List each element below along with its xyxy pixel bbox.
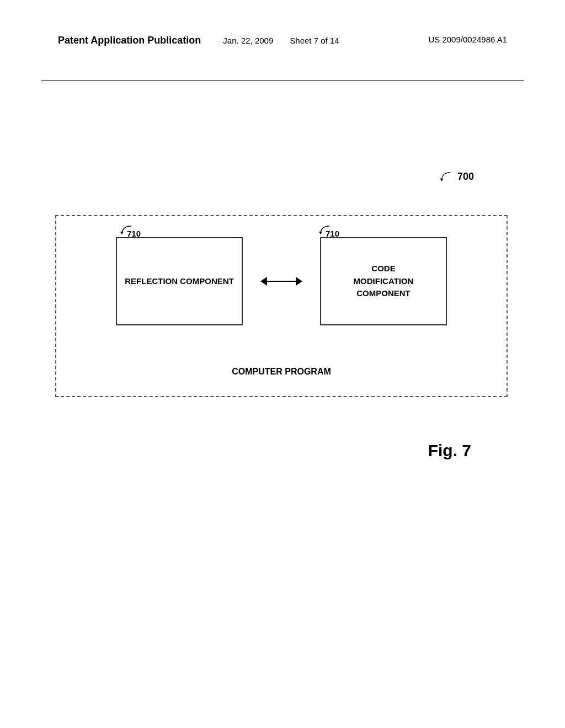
header-date: Jan. 22, 2009 bbox=[223, 36, 273, 45]
header-meta: Jan. 22, 2009 Sheet 7 of 14 bbox=[223, 36, 339, 45]
header-title: Patent Application Publication bbox=[58, 35, 201, 46]
header-sheet: Sheet 7 of 14 bbox=[290, 36, 339, 45]
svg-marker-1 bbox=[120, 232, 124, 234]
svg-marker-0 bbox=[440, 178, 443, 181]
header-patent-number: US 2009/0024986 A1 bbox=[428, 35, 507, 44]
bidirectional-arrow-icon bbox=[259, 273, 303, 290]
label-700-text: 700 bbox=[457, 171, 474, 183]
code-modification-component-box: CODEMODIFICATIONCOMPONENT bbox=[320, 237, 447, 325]
code-modification-component-label: CODEMODIFICATIONCOMPONENT bbox=[354, 263, 414, 300]
arrow-700-icon bbox=[438, 172, 454, 183]
svg-marker-5 bbox=[296, 277, 302, 286]
diagram-700-label: 700 bbox=[438, 171, 474, 183]
page: Patent Application Publication Jan. 22, … bbox=[0, 0, 565, 728]
figure-label: Fig. 7 bbox=[428, 441, 471, 460]
computer-program-label: COMPUTER PROGRAM bbox=[55, 367, 508, 377]
svg-marker-2 bbox=[319, 232, 322, 234]
reflection-component-box: REFLECTION COMPONENT bbox=[116, 237, 243, 325]
header-divider bbox=[41, 80, 524, 81]
components-row: REFLECTION COMPONENT CODEMODIFICATIONCOM… bbox=[77, 237, 486, 325]
reflection-component-label: REFLECTION COMPONENT bbox=[125, 275, 234, 288]
